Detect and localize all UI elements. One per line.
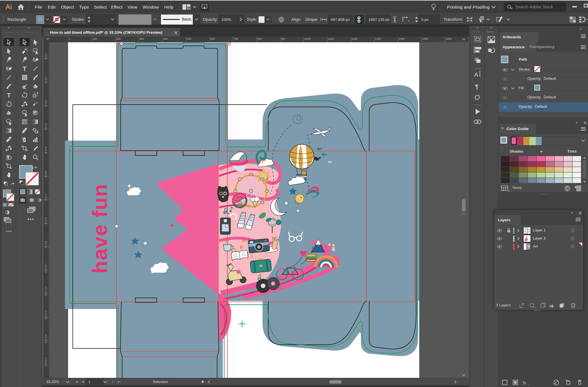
svg-text:T: T <box>7 92 11 99</box>
svg-text:¶: ¶ <box>475 83 478 90</box>
svg-text:T: T <box>23 65 27 72</box>
svg-text:fx: fx <box>523 380 527 386</box>
svg-text:have fun: have fun <box>88 183 111 274</box>
svg-text:F: F <box>240 244 244 250</box>
svg-text:A: A <box>474 71 478 78</box>
svg-text:O: O <box>474 93 480 101</box>
